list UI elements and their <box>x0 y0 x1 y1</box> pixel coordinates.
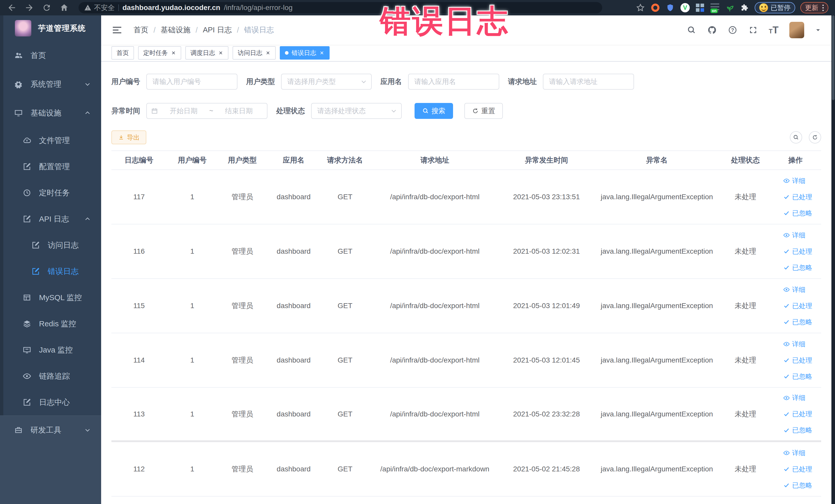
detail-link[interactable]: 详细 <box>783 394 806 402</box>
sidebar-logo-row[interactable]: 芋道管理系统 <box>0 15 101 41</box>
processed-link[interactable]: 已处理 <box>783 356 812 365</box>
extension-icon-1[interactable] <box>650 3 660 13</box>
detail-link[interactable]: 详细 <box>783 285 806 294</box>
user-type-select[interactable]: 请选择用户类型 <box>281 74 372 89</box>
table-row: 1141管理员dashboardGET/api/infra/db-doc/exp… <box>111 333 821 388</box>
sidebar-item-首页[interactable]: 首页 <box>0 41 101 70</box>
sidebar-item-API-日志[interactable]: API 日志 <box>0 206 101 232</box>
processed-link[interactable]: 已处理 <box>783 409 812 419</box>
extension-icon-2[interactable] <box>665 3 675 13</box>
detail-link[interactable]: 详细 <box>783 448 806 458</box>
profile-paused-badge[interactable]: 已暂停 <box>755 2 795 13</box>
table-body: 1171管理员dashboardGET/api/infra/db-doc/exp… <box>111 170 821 497</box>
processed-link[interactable]: 已处理 <box>783 301 812 310</box>
processed-link[interactable]: 已处理 <box>783 465 812 474</box>
browser-home-button[interactable] <box>59 3 69 13</box>
tag-错误日志[interactable]: 错误日志 <box>280 46 330 60</box>
not-secure-label[interactable]: 不安全 <box>84 3 115 12</box>
processed-link[interactable]: 已处理 <box>783 193 812 202</box>
cell-actions: 详细已处理已忽略 <box>770 224 821 278</box>
ignored-link[interactable]: 已忽略 <box>783 426 812 435</box>
cell-method: GET <box>321 388 369 440</box>
tag-首页[interactable]: 首页 <box>111 46 134 60</box>
extension-icon-3[interactable]: V <box>680 3 690 13</box>
close-icon[interactable] <box>218 50 223 56</box>
breadcrumb-item[interactable]: 首页 <box>134 25 148 35</box>
sidebar-item-日志中心[interactable]: 日志中心 <box>0 389 101 416</box>
sidebar-collapse-icon[interactable] <box>111 24 123 36</box>
detail-link[interactable]: 详细 <box>783 340 806 349</box>
browser-menu-icon[interactable] <box>822 7 824 8</box>
search-icon[interactable] <box>687 25 696 35</box>
reset-button[interactable]: 重置 <box>464 103 503 119</box>
breadcrumb-item[interactable]: API 日志 <box>203 25 232 35</box>
close-icon[interactable] <box>265 50 270 56</box>
extension-icon-5[interactable]: on <box>710 3 720 13</box>
ignored-link[interactable]: 已忽略 <box>783 481 812 490</box>
breadcrumb-item: 错误日志 <box>244 25 274 35</box>
font-size-icon[interactable]: TT <box>769 26 778 35</box>
search-button[interactable]: 搜索 <box>414 103 453 119</box>
toggle-search-button[interactable] <box>790 131 802 143</box>
ignored-link[interactable]: 已忽略 <box>783 263 812 272</box>
error-log-icon <box>31 267 40 276</box>
page-scrollbar[interactable] <box>831 15 835 504</box>
detail-link[interactable]: 详细 <box>783 176 806 185</box>
sidebar-item-label: 定时任务 <box>39 188 70 198</box>
infrastructure-icon <box>14 108 23 117</box>
ignored-link[interactable]: 已忽略 <box>783 318 812 327</box>
sidebar-item-配置管理[interactable]: 配置管理 <box>0 154 101 180</box>
sidebar-item-MySQL-监控[interactable]: MySQL 监控 <box>0 284 101 311</box>
sidebar-item-Redis-监控[interactable]: Redis 监控 <box>0 311 101 337</box>
close-icon[interactable] <box>319 50 324 56</box>
sidebar-item-Java-监控[interactable]: Java 监控 <box>0 337 101 363</box>
fullscreen-icon[interactable] <box>748 25 758 35</box>
process-status-select[interactable]: 请选择处理状态 <box>311 103 402 119</box>
table-row: 1121管理员dashboardGET/api/infra/db-doc/exp… <box>111 442 821 497</box>
ignored-link[interactable]: 已忽略 <box>783 372 812 381</box>
date-range-picker[interactable]: 开始日期 ~ 结束日期 <box>146 103 267 119</box>
extensions-puzzle-icon[interactable] <box>740 3 750 13</box>
sidebar-item-定时任务[interactable]: 定时任务 <box>0 180 101 206</box>
scheduled-task-icon <box>23 188 31 197</box>
extension-icon-4[interactable] <box>695 3 705 13</box>
tag-调度日志[interactable]: 调度日志 <box>185 46 228 60</box>
processed-link[interactable]: 已处理 <box>783 247 812 256</box>
ignored-link[interactable]: 已忽略 <box>783 209 812 218</box>
sidebar-item-基础设施[interactable]: 基础设施 <box>0 99 101 127</box>
help-icon[interactable] <box>728 25 737 35</box>
table-tools <box>790 131 821 143</box>
active-dot-icon <box>285 51 288 55</box>
breadcrumb-separator: / <box>196 26 198 35</box>
process-status-label: 处理状态 <box>276 106 305 116</box>
bookmark-star-icon[interactable] <box>635 3 645 13</box>
tag-访问日志[interactable]: 访问日志 <box>232 46 276 60</box>
tag-定时任务[interactable]: 定时任务 <box>138 46 181 60</box>
back-button[interactable] <box>7 3 17 13</box>
request-url-input[interactable] <box>543 74 634 89</box>
close-icon[interactable] <box>171 50 176 56</box>
app-name-input[interactable] <box>408 74 499 89</box>
github-icon[interactable] <box>707 25 717 35</box>
caret-down-icon[interactable] <box>815 27 821 33</box>
sidebar-item-错误日志[interactable]: 错误日志 <box>0 258 101 284</box>
sidebar-item-访问日志[interactable]: 访问日志 <box>0 232 101 258</box>
export-button[interactable]: 导出 <box>111 130 146 144</box>
address-bar[interactable]: 不安全 dashboard.yudao.iocoder.cn /infra/lo… <box>79 2 602 13</box>
user-id-input[interactable] <box>146 74 238 89</box>
user-avatar[interactable] <box>789 22 804 38</box>
eye-icon <box>783 395 790 401</box>
refresh-table-button[interactable] <box>809 131 821 143</box>
browser-update-button[interactable]: 更新 <box>800 2 828 13</box>
sidebar-item-label: 日志中心 <box>39 397 70 408</box>
sidebar-item-链路追踪[interactable]: 链路追踪 <box>0 363 101 389</box>
breadcrumb-item[interactable]: 基础设施 <box>161 25 190 35</box>
extension-icon-6[interactable] <box>725 3 735 13</box>
sidebar-item-研发工具[interactable]: 研发工具 <box>0 416 101 444</box>
forward-button[interactable] <box>24 3 34 13</box>
detail-link[interactable]: 详细 <box>783 231 806 240</box>
sidebar-item-文件管理[interactable]: 文件管理 <box>0 127 101 154</box>
sidebar-item-系统管理[interactable]: 系统管理 <box>0 70 101 99</box>
check-icon <box>783 248 790 255</box>
reload-button[interactable] <box>42 3 52 13</box>
